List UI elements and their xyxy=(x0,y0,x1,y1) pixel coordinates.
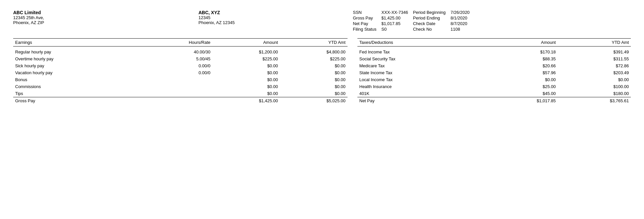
tables-section: Earnings Hours/Rate Amount YTD Amt Regul… xyxy=(13,38,631,104)
earnings-ytd: $0.00 xyxy=(280,83,348,90)
employee-address1: 12345 xyxy=(199,15,353,20)
deductions-desc: State Income Tax xyxy=(357,69,485,76)
earnings-col2-header: Hours/Rate xyxy=(137,39,212,47)
gross-pay-value: $1,425.00 xyxy=(381,16,408,20)
earnings-footer-ytd: $5,025.00 xyxy=(280,97,348,105)
earnings-hours-rate: 5.00/45 xyxy=(137,55,212,62)
deductions-col3-header: YTD Amt xyxy=(558,39,631,47)
deductions-desc: Health Insurance xyxy=(357,83,485,90)
earnings-amount: $0.00 xyxy=(212,62,280,69)
employee-info: ABC, XYZ 12345 Phoenix, AZ 12345 xyxy=(199,10,353,32)
earnings-row: Tips $0.00 $0.00 xyxy=(13,90,348,97)
deductions-ytd: $0.00 xyxy=(558,76,631,83)
deductions-desc: Local Income Tax xyxy=(357,76,485,83)
deductions-row: Fed Income Tax $170.18 $391.49 xyxy=(357,48,631,55)
net-pay-label: Net Pay xyxy=(353,21,377,26)
earnings-desc: Vacation hourly pay xyxy=(13,69,137,76)
deductions-desc: Fed Income Tax xyxy=(357,48,485,55)
earnings-desc: Regular hourly pay xyxy=(13,48,137,55)
earnings-desc: Commissions xyxy=(13,83,137,90)
earnings-hours-rate xyxy=(137,90,212,97)
deductions-col2-header: Amount xyxy=(485,39,558,47)
deductions-amount: $170.18 xyxy=(485,48,558,55)
earnings-row: Commissions $0.00 $0.00 xyxy=(13,83,348,90)
check-no-value: 1108 xyxy=(451,27,470,32)
earnings-col4-header: YTD Amt xyxy=(280,39,348,47)
period-ending-value: 8/1/2020 xyxy=(451,16,470,20)
deductions-footer-amount: $1,017.85 xyxy=(485,97,558,105)
payroll-info: SSN XXX-XX-7346 Period Beginning 7/26/20… xyxy=(353,10,631,32)
company-address2: Phoenix, AZ ZIP xyxy=(13,20,199,25)
earnings-desc: Overtime hourly pay xyxy=(13,55,137,62)
earnings-hours-rate: 0.00/0 xyxy=(137,69,212,76)
deductions-desc: Medicare Tax xyxy=(357,62,485,69)
earnings-row: Overtime hourly pay 5.00/45 $225.00 $225… xyxy=(13,55,348,62)
earnings-row: Bonus $0.00 $0.00 xyxy=(13,76,348,83)
deductions-ytd: $180.00 xyxy=(558,90,631,97)
earnings-col1-header: Earnings xyxy=(13,39,137,47)
earnings-ytd: $0.00 xyxy=(280,76,348,83)
company-address1: 12345 25th Ave, xyxy=(13,15,199,20)
earnings-hours-rate xyxy=(137,76,212,83)
earnings-hours-rate: 40.00/30 xyxy=(137,48,212,55)
deductions-amount: $0.00 xyxy=(485,76,558,83)
deductions-table: Taxes/Deductions Amount YTD Amt Fed Inco… xyxy=(357,38,631,104)
deductions-ytd: $203.49 xyxy=(558,69,631,76)
employee-name: ABC, XYZ xyxy=(199,10,353,15)
deductions-row: Health Insurance $25.00 $100.00 xyxy=(357,83,631,90)
deductions-ytd: $100.00 xyxy=(558,83,631,90)
earnings-amount: $0.00 xyxy=(212,83,280,90)
deductions-table-container: Taxes/Deductions Amount YTD Amt Fed Inco… xyxy=(357,38,631,104)
earnings-footer-desc: Gross Pay xyxy=(13,97,137,105)
check-no-label: Check No xyxy=(413,27,446,32)
deductions-amount: $45.00 xyxy=(485,90,558,97)
deductions-amount: $20.66 xyxy=(485,62,558,69)
earnings-amount: $0.00 xyxy=(212,69,280,76)
earnings-row: Vacation hourly pay 0.00/0 $0.00 $0.00 xyxy=(13,69,348,76)
deductions-footer-desc: Net Pay xyxy=(357,97,485,105)
company-name: ABC Limited xyxy=(13,10,199,15)
earnings-desc: Sick hourly pay xyxy=(13,62,137,69)
earnings-amount: $1,200.00 xyxy=(212,48,280,55)
deductions-col1-header: Taxes/Deductions xyxy=(357,39,485,47)
ssn-value: XXX-XX-7346 xyxy=(381,10,408,15)
earnings-amount: $0.00 xyxy=(212,90,280,97)
earnings-footer-row: Gross Pay $1,425.00 $5,025.00 xyxy=(13,97,348,105)
deductions-footer-row: Net Pay $1,017.85 $3,765.61 xyxy=(357,97,631,105)
earnings-footer-amount: $1,425.00 xyxy=(212,97,280,105)
deductions-row: Local Income Tax $0.00 $0.00 xyxy=(357,76,631,83)
deductions-row: State Income Tax $57.96 $203.49 xyxy=(357,69,631,76)
deductions-desc: Social Security Tax xyxy=(357,55,485,62)
deductions-amount: $57.96 xyxy=(485,69,558,76)
deductions-ytd: $311.55 xyxy=(558,55,631,62)
net-pay-value: $1,017.85 xyxy=(381,21,408,26)
earnings-row: Regular hourly pay 40.00/30 $1,200.00 $4… xyxy=(13,48,348,55)
employee-address2: Phoenix, AZ 12345 xyxy=(199,20,353,25)
period-beginning-value: 7/26/2020 xyxy=(451,10,470,15)
ssn-label: SSN xyxy=(353,10,377,15)
company-info: ABC Limited 12345 25th Ave, Phoenix, AZ … xyxy=(13,10,199,32)
earnings-ytd: $0.00 xyxy=(280,90,348,97)
deductions-desc: 401K xyxy=(357,90,485,97)
gross-pay-label: Gross Pay xyxy=(353,16,377,20)
check-date-label: Check Date xyxy=(413,21,446,26)
deductions-amount: $25.00 xyxy=(485,83,558,90)
deductions-row: Social Security Tax $88.35 $311.55 xyxy=(357,55,631,62)
header-section: ABC Limited 12345 25th Ave, Phoenix, AZ … xyxy=(13,10,631,32)
earnings-amount: $0.00 xyxy=(212,76,280,83)
earnings-ytd: $4,800.00 xyxy=(280,48,348,55)
filing-status-label: Filing Status xyxy=(353,27,377,32)
earnings-row: Sick hourly pay 0.00/0 $0.00 $0.00 xyxy=(13,62,348,69)
earnings-col3-header: Amount xyxy=(212,39,280,47)
deductions-amount: $88.35 xyxy=(485,55,558,62)
earnings-table: Earnings Hours/Rate Amount YTD Amt Regul… xyxy=(13,38,348,104)
deductions-ytd: $391.49 xyxy=(558,48,631,55)
earnings-ytd: $0.00 xyxy=(280,69,348,76)
earnings-desc: Tips xyxy=(13,90,137,97)
earnings-ytd: $0.00 xyxy=(280,62,348,69)
earnings-hours-rate xyxy=(137,83,212,90)
earnings-amount: $225.00 xyxy=(212,55,280,62)
deductions-footer-ytd: $3,765.61 xyxy=(558,97,631,105)
payroll-info-grid: SSN XXX-XX-7346 Period Beginning 7/26/20… xyxy=(353,10,469,32)
earnings-desc: Bonus xyxy=(13,76,137,83)
